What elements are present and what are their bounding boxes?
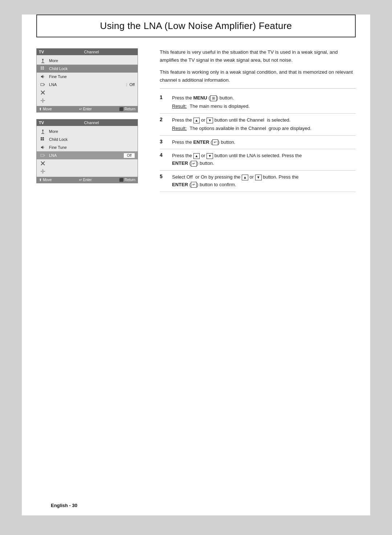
svg-rect-23 — [42, 139, 44, 140]
lna-icon-1 — [40, 81, 46, 88]
up-btn-4: ▲ — [193, 153, 200, 159]
lna-value-1: :Off — [126, 82, 135, 87]
title-box: Using the LNA (Low Noise Amplifier) Feat… — [36, 15, 356, 37]
svg-rect-8 — [41, 83, 44, 86]
footer-return-1: ⬛ Return — [119, 107, 135, 111]
page: Using the LNA (Low Noise Amplifier) Feat… — [0, 0, 392, 535]
childlock-label: Child Lock — [49, 66, 135, 71]
channel-label-1: Channel — [48, 50, 135, 54]
up-btn-5: ▲ — [242, 175, 248, 180]
svg-rect-3 — [41, 66, 42, 68]
step-2-content: Press the ▲ or ▼ button until the Channe… — [172, 117, 356, 132]
tv-menu-2-header: TV Channel — [37, 119, 138, 126]
tv-label-1: TV — [39, 50, 44, 54]
footer-enter-1: ↵ Enter — [79, 107, 92, 111]
result-text-1: The main menu is displayed. — [189, 103, 249, 110]
step-4-content: Press the ▲ or ▼ button until the LNA is… — [172, 152, 356, 167]
step-3-content: Press the ENTER (↵) button. — [172, 139, 356, 146]
childlock-label-2: Child Lock — [49, 137, 135, 142]
grid-icon-1 — [40, 65, 46, 72]
svg-marker-7 — [41, 75, 43, 78]
x-icon-1 — [40, 89, 46, 96]
svg-rect-22 — [41, 139, 42, 140]
step-1: 1 Press the MENU (⊞) button. Result: The… — [160, 91, 356, 114]
step-4-enter-bold: ENTER — [172, 160, 188, 166]
tv-menu-2-row-settings — [37, 167, 138, 175]
footer-return-2: ⬛ Return — [119, 178, 135, 182]
more-label: More — [49, 58, 135, 63]
step-2-result: Result: The options available in the Cha… — [172, 125, 356, 132]
step-2: 2 Press the ▲ or ▼ button until the Chan… — [160, 114, 356, 136]
step-1-result: Result: The main menu is displayed. — [172, 103, 356, 110]
intro-para2: This feature is working only in a weak s… — [160, 68, 356, 84]
tv-menu-row-antenna: More — [37, 57, 138, 65]
tv-menu-1-body: More Ch — [37, 55, 138, 106]
svg-point-17 — [42, 130, 44, 131]
tv-menu-2-row-childlock: Child Lock — [37, 135, 138, 143]
step-5: 5 Select Off or On by pressing the ▲ or … — [160, 171, 356, 192]
result-label-1: Result: — [172, 103, 187, 110]
svg-marker-9 — [44, 84, 45, 85]
step-5-enter-bold: ENTER — [172, 182, 188, 187]
step-4-num: 4 — [160, 152, 167, 158]
step-2-num: 2 — [160, 117, 167, 122]
svg-marker-26 — [44, 155, 45, 156]
footer-move-1: ⬆ Move — [39, 107, 52, 111]
enter-icon-5: ↵ — [191, 182, 197, 188]
svg-rect-4 — [42, 66, 44, 68]
x-icon-2 — [40, 160, 46, 167]
down-btn-2: ▼ — [207, 118, 213, 123]
tv-menu-row-x — [37, 89, 138, 97]
tv-menu-2-row-lna: LNA Off — [37, 151, 138, 159]
finetune-label: Fine Tune — [49, 74, 135, 79]
svg-rect-21 — [42, 137, 44, 139]
tv-menu-row-lna-1: LNA :Off — [37, 81, 138, 89]
down-btn-4: ▼ — [207, 153, 213, 159]
page-title: Using the LNA (Low Noise Amplifier) Feat… — [100, 20, 292, 31]
tv-menu-2: TV Channel More — [36, 119, 138, 183]
antenna-icon-2 — [40, 128, 46, 135]
more-label-2: More — [49, 129, 135, 134]
channel-label-2: Channel — [48, 121, 135, 125]
lna-label-2: LNA — [49, 153, 121, 158]
grid-icon-2 — [40, 136, 46, 143]
step-1-num: 1 — [160, 94, 167, 100]
divider-top — [160, 88, 356, 89]
tv-menu-2-body: More Ch — [37, 126, 138, 177]
tv-menu-2-row-antenna: More — [37, 127, 138, 135]
speaker-icon-1 — [40, 73, 46, 80]
svg-point-12 — [42, 100, 44, 101]
svg-rect-5 — [41, 68, 42, 70]
settings-icon-2 — [40, 168, 46, 175]
lna-label-1: LNA — [49, 82, 123, 87]
tv-menu-row-settings — [37, 97, 138, 105]
step-1-menu-bold: MENU — [193, 95, 207, 101]
content-area: Using the LNA (Low Noise Amplifier) Feat… — [22, 15, 370, 515]
result-text-2: The options available in the Channel gro… — [189, 125, 311, 132]
step-3-num: 3 — [160, 139, 167, 144]
settings-icon-1 — [40, 97, 46, 104]
down-btn-5: ▼ — [255, 175, 262, 180]
page-footer: English - 30 — [51, 503, 77, 508]
svg-point-0 — [42, 59, 44, 60]
steps-container: 1 Press the MENU (⊞) button. Result: The… — [160, 91, 356, 192]
tv-menu-2-row-finetune: Fine Tune — [37, 143, 138, 151]
tv-label-2: TV — [39, 121, 44, 125]
lna-icon-2 — [40, 152, 46, 159]
right-column: This feature is very useful in the situa… — [156, 48, 356, 192]
tv-menu-row-childlock: Child Lock — [37, 65, 138, 73]
tv-menu-2-row-x — [37, 159, 138, 167]
tv-menu-1-header: TV Channel — [37, 49, 138, 55]
svg-rect-6 — [42, 68, 44, 70]
finetune-label-2: Fine Tune — [49, 145, 135, 150]
speaker-icon-2 — [40, 144, 46, 151]
tv-menu-2-footer: ⬆ Move ↵ Enter ⬛ Return — [37, 177, 138, 183]
svg-marker-24 — [41, 146, 43, 149]
step-4: 4 Press the ▲ or ▼ button until the LNA … — [160, 149, 356, 171]
step-5-num: 5 — [160, 173, 167, 179]
svg-rect-25 — [41, 154, 44, 156]
intro-para1: This feature is very useful in the situa… — [160, 48, 356, 64]
menu-icon-1: ⊞ — [210, 95, 217, 101]
lna-value-2: Off — [124, 153, 135, 158]
step-5-content: Select Off or On by pressing the ▲ or ▼ … — [172, 173, 356, 189]
